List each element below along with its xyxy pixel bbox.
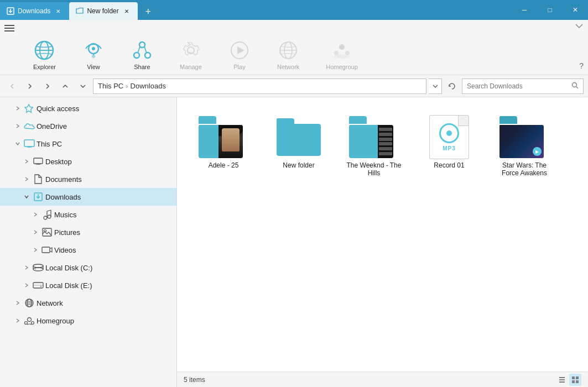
file-label-star-wars: Star Wars: The Force Awakens	[496, 161, 553, 177]
sidebar-item-onedrive[interactable]: OneDrive	[0, 117, 176, 135]
videos-expand[interactable]	[31, 245, 40, 254]
tab-downloads-close[interactable]: ✕	[54, 7, 63, 15]
sidebar-item-local-disk-c[interactable]: Local Disk (C:)	[0, 259, 176, 276]
network-icon	[24, 298, 34, 308]
file-item-record[interactable]: MP3 Record 01	[416, 111, 482, 181]
sidebar-item-local-disk-e[interactable]: Local Disk (E:)	[0, 276, 176, 294]
tab-downloads[interactable]: Downloads ✕	[0, 2, 69, 20]
forward-button[interactable]	[22, 79, 38, 94]
sidebar-item-desktop[interactable]: Desktop	[0, 153, 176, 170]
adele-folder-icon	[199, 116, 248, 158]
ribbon-tab-view[interactable]: View	[76, 35, 111, 75]
network-expand[interactable]	[13, 299, 22, 307]
grid-view-button[interactable]	[569, 374, 581, 386]
file-item-star-wars[interactable]: ▶ Star Wars: The Force Awakens	[491, 111, 558, 181]
maximize-button[interactable]: □	[537, 0, 563, 20]
list-view-button[interactable]	[556, 374, 568, 386]
minimize-button[interactable]: ─	[512, 0, 537, 20]
ribbon-tab-play[interactable]: Play	[222, 35, 257, 75]
items-count: 5 items	[184, 376, 205, 384]
close-button[interactable]: ✕	[563, 0, 588, 20]
sidebar-item-musics[interactable]: Musics	[0, 206, 176, 223]
search-box[interactable]	[462, 79, 584, 94]
sidebar-item-homegroup[interactable]: Homegroup	[0, 312, 176, 330]
onedrive-icon	[24, 121, 34, 131]
desktop-label: Desktop	[45, 158, 172, 166]
sidebar-item-this-pc[interactable]: This PC	[0, 135, 176, 153]
film-hole-2	[379, 133, 392, 136]
hamburger-icon[interactable]	[4, 24, 14, 34]
file-item-weeknd[interactable]: The Weeknd - The Hills	[341, 111, 407, 181]
svg-line-34	[29, 147, 30, 147]
sidebar-item-downloads[interactable]: Downloads	[0, 188, 176, 206]
tab-new-folder-close[interactable]: ✕	[122, 7, 131, 15]
sidebar-item-network[interactable]: Network	[0, 294, 176, 312]
musics-expand[interactable]	[31, 210, 40, 219]
tab-new-folder[interactable]: New folder ✕	[69, 2, 137, 20]
ribbon-tab-network[interactable]: Network	[270, 35, 306, 75]
svg-point-25	[345, 51, 350, 55]
local-disk-e-expand[interactable]	[22, 281, 31, 290]
sidebar-item-videos[interactable]: Videos	[0, 241, 176, 259]
search-input[interactable]	[467, 82, 568, 90]
svg-point-27	[334, 55, 339, 59]
network-label-ribbon: Network	[277, 64, 299, 70]
folder-body	[277, 124, 321, 156]
file-label-adele: Adele - 25	[209, 161, 239, 169]
desktop-expand[interactable]	[22, 157, 31, 166]
svg-rect-68	[576, 380, 579, 383]
svg-point-14	[145, 53, 150, 58]
svg-line-15	[138, 46, 140, 53]
downloads-expand[interactable]	[22, 192, 31, 201]
ribbon-tab-manage[interactable]: Manage	[173, 35, 209, 75]
file-item-new-folder[interactable]: New folder	[266, 111, 332, 181]
local-disk-c-expand[interactable]	[22, 263, 31, 272]
svg-line-43	[47, 210, 51, 211]
sidebar-item-pictures[interactable]: Pictures	[0, 223, 176, 241]
recent-button[interactable]	[40, 79, 55, 94]
file-item-adele[interactable]: Adele - 25	[190, 111, 257, 181]
title-bar: Downloads ✕ New folder ✕ + ─ □ ✕	[0, 0, 588, 20]
back-button[interactable]	[4, 79, 20, 94]
play-label: Play	[233, 64, 245, 70]
downloads-label: Downloads	[45, 193, 172, 201]
refresh-button[interactable]	[444, 79, 460, 94]
ribbon-toggle-button[interactable]	[575, 23, 584, 30]
up-button[interactable]	[58, 79, 73, 94]
pictures-expand[interactable]	[31, 228, 40, 237]
sidebar-item-documents[interactable]: Documents	[0, 170, 176, 188]
onedrive-expand[interactable]	[13, 122, 22, 130]
film-hole-1	[379, 128, 392, 131]
add-tab-button[interactable]: +	[140, 3, 157, 20]
ribbon-tab-homegroup[interactable]: Homegroup	[319, 35, 364, 75]
share-label: Share	[134, 64, 150, 70]
videos-label: Videos	[54, 246, 172, 254]
address-path[interactable]: This PC › Downloads	[93, 79, 426, 94]
view-icon	[82, 39, 105, 61]
ribbon-tab-share[interactable]: Share	[124, 35, 160, 75]
network-icon-ribbon	[277, 39, 299, 61]
this-pc-label: This PC	[37, 140, 172, 148]
help-button[interactable]: ?	[579, 61, 584, 70]
ribbon-tab-explorer[interactable]: Explorer	[27, 35, 63, 75]
sidebar-item-quick-access[interactable]: Quick access	[0, 100, 176, 117]
svg-point-13	[134, 53, 139, 58]
address-bar: This PC › Downloads	[0, 75, 588, 97]
recent-locations-button[interactable]	[75, 79, 91, 94]
musics-label: Musics	[54, 211, 172, 219]
video-folder-tab	[349, 116, 367, 124]
homegroup-expand[interactable]	[13, 316, 22, 325]
file-label-weeknd: The Weeknd - The Hills	[345, 161, 403, 177]
local-disk-c-label: Local Disk (C:)	[45, 264, 172, 272]
search-icon[interactable]	[571, 82, 579, 91]
this-pc-expand[interactable]	[13, 139, 22, 148]
svg-point-24	[334, 51, 339, 55]
svg-marker-31	[25, 104, 33, 112]
documents-expand[interactable]	[22, 175, 31, 184]
svg-point-28	[345, 55, 350, 59]
adele-folder-tab	[199, 116, 216, 124]
quick-access-expand[interactable]	[13, 104, 22, 113]
folder-tab-icon	[76, 7, 84, 15]
mp3-circle	[439, 123, 459, 143]
address-dropdown-button[interactable]	[429, 79, 442, 94]
